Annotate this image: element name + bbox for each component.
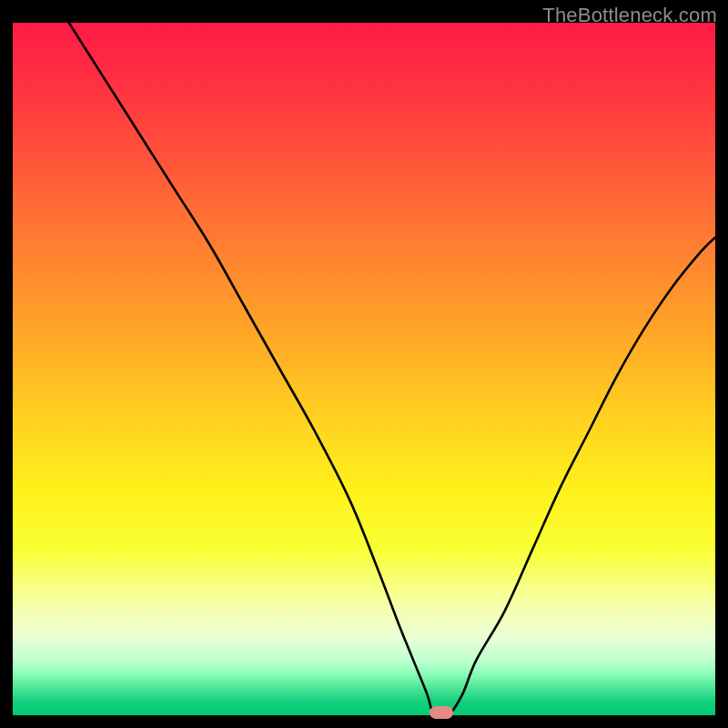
chart-frame: TheBottleneck.com — [0, 0, 728, 728]
bottleneck-curve — [13, 23, 715, 715]
bottleneck-marker — [430, 706, 453, 719]
plot-area — [13, 23, 715, 715]
watermark-text: TheBottleneck.com — [542, 4, 717, 27]
